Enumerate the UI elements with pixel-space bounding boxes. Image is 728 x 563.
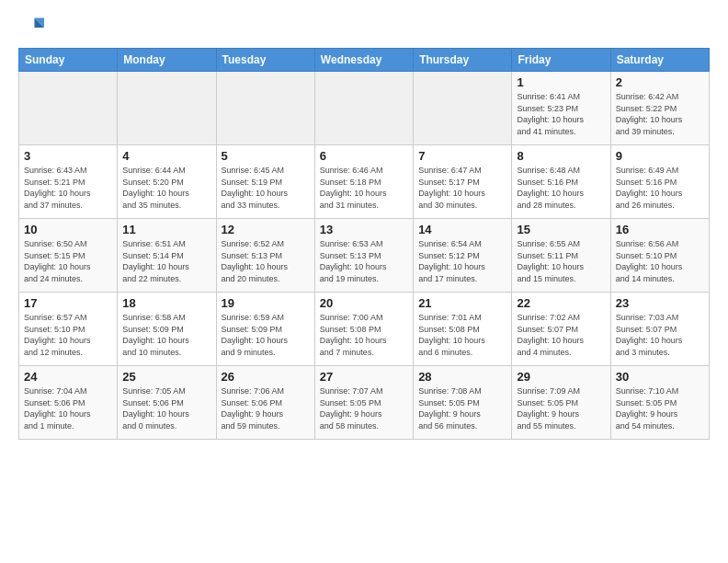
weekday-row: SundayMondayTuesdayWednesdayThursdayFrid…	[19, 49, 710, 72]
calendar-cell: 16Sunrise: 6:56 AM Sunset: 5:10 PM Dayli…	[610, 219, 709, 293]
day-number: 26	[222, 370, 310, 384]
day-info: Sunrise: 6:53 AM Sunset: 5:13 PM Dayligh…	[320, 238, 408, 284]
day-info: Sunrise: 6:42 AM Sunset: 5:22 PM Dayligh…	[616, 91, 704, 137]
calendar-cell: 3Sunrise: 6:43 AM Sunset: 5:21 PM Daylig…	[19, 145, 118, 219]
day-info: Sunrise: 6:57 AM Sunset: 5:10 PM Dayligh…	[24, 312, 112, 358]
day-info: Sunrise: 7:04 AM Sunset: 5:06 PM Dayligh…	[24, 385, 112, 431]
day-info: Sunrise: 7:06 AM Sunset: 5:06 PM Dayligh…	[222, 385, 310, 431]
calendar-cell: 20Sunrise: 7:00 AM Sunset: 5:08 PM Dayli…	[314, 293, 413, 366]
day-info: Sunrise: 6:52 AM Sunset: 5:13 PM Dayligh…	[222, 238, 310, 284]
calendar-week-4: 17Sunrise: 6:57 AM Sunset: 5:10 PM Dayli…	[19, 293, 710, 366]
calendar-cell: 27Sunrise: 7:07 AM Sunset: 5:05 PM Dayli…	[314, 366, 413, 440]
weekday-header-friday: Friday	[512, 49, 610, 72]
weekday-header-monday: Monday	[118, 49, 216, 72]
day-number: 23	[616, 296, 704, 310]
day-info: Sunrise: 6:54 AM Sunset: 5:12 PM Dayligh…	[418, 238, 506, 284]
page: SundayMondayTuesdayWednesdayThursdayFrid…	[0, 0, 728, 449]
day-info: Sunrise: 6:51 AM Sunset: 5:14 PM Dayligh…	[122, 238, 210, 284]
calendar-week-1: 1Sunrise: 6:41 AM Sunset: 5:23 PM Daylig…	[19, 72, 710, 145]
day-number: 29	[517, 370, 605, 384]
weekday-header-sunday: Sunday	[19, 49, 118, 72]
calendar-cell: 25Sunrise: 7:05 AM Sunset: 5:06 PM Dayli…	[118, 366, 216, 440]
calendar-cell: 24Sunrise: 7:04 AM Sunset: 5:06 PM Dayli…	[19, 366, 118, 440]
day-info: Sunrise: 7:01 AM Sunset: 5:08 PM Dayligh…	[418, 312, 506, 358]
day-info: Sunrise: 6:43 AM Sunset: 5:21 PM Dayligh…	[24, 165, 112, 211]
calendar-cell: 4Sunrise: 6:44 AM Sunset: 5:20 PM Daylig…	[118, 145, 216, 219]
day-info: Sunrise: 6:55 AM Sunset: 5:11 PM Dayligh…	[517, 238, 605, 284]
day-info: Sunrise: 6:47 AM Sunset: 5:17 PM Dayligh…	[418, 165, 506, 211]
day-number: 24	[24, 370, 112, 384]
day-number: 1	[517, 75, 605, 89]
day-number: 11	[122, 223, 210, 236]
calendar-cell: 2Sunrise: 6:42 AM Sunset: 5:22 PM Daylig…	[610, 72, 709, 145]
weekday-header-tuesday: Tuesday	[216, 49, 314, 72]
day-info: Sunrise: 7:09 AM Sunset: 5:05 PM Dayligh…	[517, 385, 605, 431]
day-number: 25	[122, 370, 210, 384]
calendar-cell: 23Sunrise: 7:03 AM Sunset: 5:07 PM Dayli…	[610, 293, 709, 366]
calendar-cell: 8Sunrise: 6:48 AM Sunset: 5:16 PM Daylig…	[512, 145, 610, 219]
day-info: Sunrise: 6:48 AM Sunset: 5:16 PM Dayligh…	[517, 165, 605, 211]
calendar-week-3: 10Sunrise: 6:50 AM Sunset: 5:15 PM Dayli…	[19, 219, 710, 293]
day-info: Sunrise: 7:00 AM Sunset: 5:08 PM Dayligh…	[320, 312, 408, 358]
calendar-cell: 13Sunrise: 6:53 AM Sunset: 5:13 PM Dayli…	[314, 219, 413, 293]
day-info: Sunrise: 6:44 AM Sunset: 5:20 PM Dayligh…	[122, 165, 210, 211]
calendar-cell: 14Sunrise: 6:54 AM Sunset: 5:12 PM Dayli…	[414, 219, 512, 293]
day-number: 21	[418, 296, 506, 310]
day-info: Sunrise: 6:50 AM Sunset: 5:15 PM Dayligh…	[24, 238, 112, 284]
day-info: Sunrise: 6:58 AM Sunset: 5:09 PM Dayligh…	[122, 312, 210, 358]
day-number: 16	[616, 223, 704, 236]
calendar-cell	[216, 72, 314, 145]
calendar-cell	[414, 72, 512, 145]
calendar-cell: 28Sunrise: 7:08 AM Sunset: 5:05 PM Dayli…	[414, 366, 512, 440]
day-number: 27	[320, 370, 408, 384]
day-info: Sunrise: 6:46 AM Sunset: 5:18 PM Dayligh…	[320, 165, 408, 211]
day-number: 20	[320, 296, 408, 310]
calendar-cell: 7Sunrise: 6:47 AM Sunset: 5:17 PM Daylig…	[414, 145, 512, 219]
day-number: 17	[24, 296, 112, 310]
weekday-header-wednesday: Wednesday	[314, 49, 413, 72]
calendar: SundayMondayTuesdayWednesdayThursdayFrid…	[18, 48, 710, 440]
day-number: 12	[222, 223, 310, 236]
day-number: 8	[517, 149, 605, 163]
day-number: 13	[320, 223, 408, 236]
calendar-cell: 29Sunrise: 7:09 AM Sunset: 5:05 PM Dayli…	[512, 366, 610, 440]
day-info: Sunrise: 7:05 AM Sunset: 5:06 PM Dayligh…	[122, 385, 210, 431]
calendar-cell: 9Sunrise: 6:49 AM Sunset: 5:16 PM Daylig…	[610, 145, 709, 219]
calendar-cell: 15Sunrise: 6:55 AM Sunset: 5:11 PM Dayli…	[512, 219, 610, 293]
calendar-header: SundayMondayTuesdayWednesdayThursdayFrid…	[19, 49, 710, 72]
day-number: 15	[517, 223, 605, 236]
calendar-cell: 5Sunrise: 6:45 AM Sunset: 5:19 PM Daylig…	[216, 145, 314, 219]
day-info: Sunrise: 7:08 AM Sunset: 5:05 PM Dayligh…	[418, 385, 506, 431]
calendar-cell: 19Sunrise: 6:59 AM Sunset: 5:09 PM Dayli…	[216, 293, 314, 366]
calendar-week-2: 3Sunrise: 6:43 AM Sunset: 5:21 PM Daylig…	[19, 145, 710, 219]
day-number: 9	[616, 149, 704, 163]
day-number: 5	[222, 149, 310, 163]
calendar-cell: 12Sunrise: 6:52 AM Sunset: 5:13 PM Dayli…	[216, 219, 314, 293]
weekday-header-saturday: Saturday	[610, 49, 709, 72]
calendar-cell: 1Sunrise: 6:41 AM Sunset: 5:23 PM Daylig…	[512, 72, 610, 145]
day-number: 30	[616, 370, 704, 384]
calendar-cell: 26Sunrise: 7:06 AM Sunset: 5:06 PM Dayli…	[216, 366, 314, 440]
day-info: Sunrise: 6:59 AM Sunset: 5:09 PM Dayligh…	[222, 312, 310, 358]
day-number: 10	[24, 223, 112, 236]
day-info: Sunrise: 7:07 AM Sunset: 5:05 PM Dayligh…	[320, 385, 408, 431]
day-info: Sunrise: 6:56 AM Sunset: 5:10 PM Dayligh…	[616, 238, 704, 284]
day-info: Sunrise: 6:45 AM Sunset: 5:19 PM Dayligh…	[222, 165, 310, 211]
day-number: 4	[122, 149, 210, 163]
calendar-cell: 11Sunrise: 6:51 AM Sunset: 5:14 PM Dayli…	[118, 219, 216, 293]
day-number: 22	[517, 296, 605, 310]
day-number: 7	[418, 149, 506, 163]
calendar-cell: 18Sunrise: 6:58 AM Sunset: 5:09 PM Dayli…	[118, 293, 216, 366]
day-info: Sunrise: 7:02 AM Sunset: 5:07 PM Dayligh…	[517, 312, 605, 358]
day-info: Sunrise: 6:41 AM Sunset: 5:23 PM Dayligh…	[517, 91, 605, 137]
day-number: 19	[222, 296, 310, 310]
header	[18, 15, 710, 40]
calendar-week-5: 24Sunrise: 7:04 AM Sunset: 5:06 PM Dayli…	[19, 366, 710, 440]
day-info: Sunrise: 6:49 AM Sunset: 5:16 PM Dayligh…	[616, 165, 704, 211]
calendar-cell: 6Sunrise: 6:46 AM Sunset: 5:18 PM Daylig…	[314, 145, 413, 219]
day-number: 2	[616, 75, 704, 89]
day-number: 6	[320, 149, 408, 163]
calendar-body: 1Sunrise: 6:41 AM Sunset: 5:23 PM Daylig…	[19, 72, 710, 440]
calendar-cell: 10Sunrise: 6:50 AM Sunset: 5:15 PM Dayli…	[19, 219, 118, 293]
weekday-header-thursday: Thursday	[414, 49, 512, 72]
